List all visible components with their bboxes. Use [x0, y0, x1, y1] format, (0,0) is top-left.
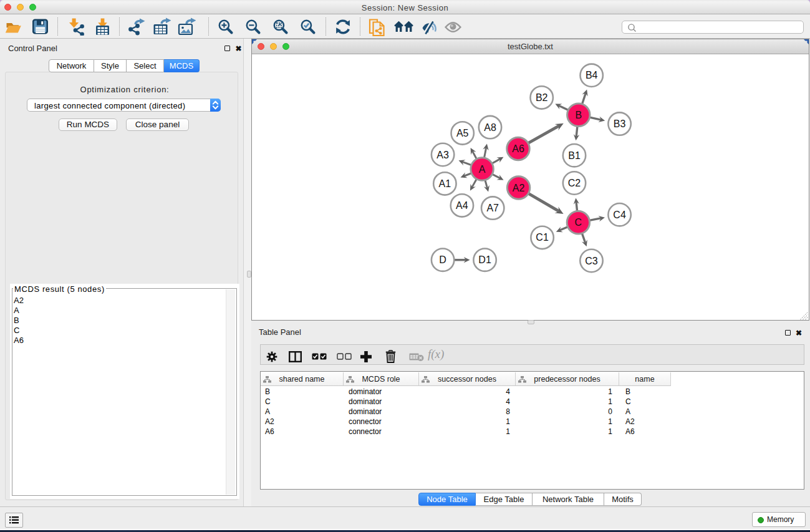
- svg-text:A: A: [479, 164, 486, 175]
- svg-text:A8: A8: [484, 122, 496, 133]
- svg-text:C1: C1: [536, 232, 549, 243]
- svg-text:A3: A3: [436, 150, 449, 160]
- svg-text:C3: C3: [585, 256, 598, 266]
- svg-text:A1: A1: [439, 178, 451, 189]
- svg-text:C: C: [575, 217, 582, 228]
- svg-text:B2: B2: [536, 92, 548, 103]
- svg-text:A6: A6: [512, 143, 524, 154]
- svg-text:B4: B4: [586, 70, 598, 80]
- svg-text:A4: A4: [456, 200, 468, 211]
- svg-text:A7: A7: [486, 203, 499, 213]
- svg-text:C2: C2: [568, 178, 581, 188]
- svg-text:B1: B1: [568, 150, 581, 161]
- svg-text:D1: D1: [478, 254, 491, 265]
- svg-text:B: B: [575, 110, 582, 120]
- svg-text:C4: C4: [613, 210, 626, 220]
- svg-text:A2: A2: [513, 183, 525, 193]
- svg-text:D: D: [439, 254, 446, 265]
- svg-text:B3: B3: [614, 118, 626, 129]
- svg-text:A5: A5: [456, 128, 469, 138]
